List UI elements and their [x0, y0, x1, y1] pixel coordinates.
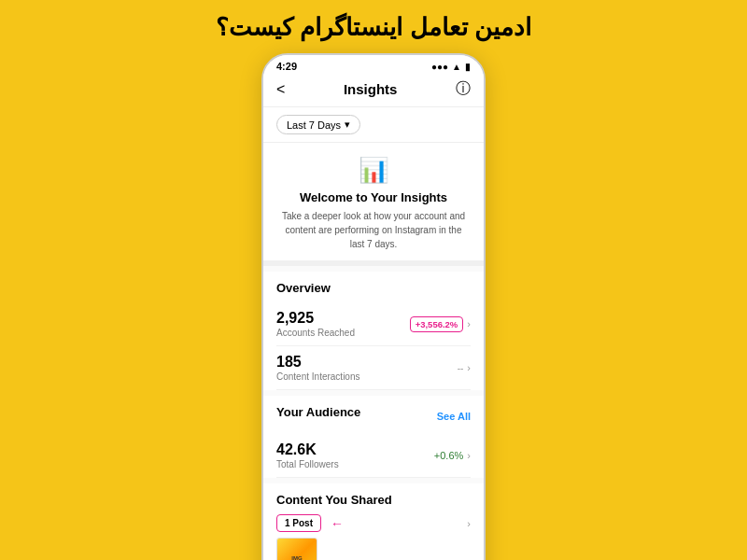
post-pill: 1 Post — [276, 514, 321, 532]
page-top-title: ادمین تعامل اینستاگرام کیست؟ — [197, 0, 550, 49]
phone-wrapper: 4:29 ●●● ▲ ▮ < Insights ⓘ Last 7 Days ▾ — [0, 49, 747, 560]
welcome-section: 📊 Welcome to Your Insights Take a deeper… — [263, 143, 484, 266]
audience-title: Your Audience — [276, 405, 360, 419]
content-interactions-right: -- › — [458, 362, 471, 373]
welcome-description: Take a deeper look at how your account a… — [280, 209, 467, 251]
signal-icon: ●●● — [431, 62, 448, 72]
info-icon[interactable]: ⓘ — [456, 79, 471, 99]
nav-bar: < Insights ⓘ — [263, 74, 484, 107]
content-interactions-left: 185 Content Interactions — [276, 354, 360, 382]
followers-right: +0.6% › — [434, 450, 471, 461]
see-all-button[interactable]: See All — [437, 411, 471, 422]
battery-icon: ▮ — [465, 62, 471, 72]
followers-label: Total Followers — [276, 459, 339, 469]
phone-frame: 4:29 ●●● ▲ ▮ < Insights ⓘ Last 7 Days ▾ — [261, 53, 486, 560]
content-shared-title: Content You Shared — [276, 493, 471, 507]
accounts-reached-label: Accounts Reached — [276, 328, 355, 338]
filter-label: Last 7 Days — [287, 119, 341, 131]
content-interactions-value: 185 — [276, 354, 360, 371]
chevron-right-icon-2: › — [467, 362, 471, 373]
content-interactions-row[interactable]: 185 Content Interactions -- › — [276, 346, 471, 390]
overview-title: Overview — [276, 281, 471, 295]
welcome-title: Welcome to Your Insights — [280, 190, 467, 204]
status-time: 4:29 — [276, 61, 297, 72]
overview-section: Overview 2,925 Accounts Reached +3,556.2… — [263, 272, 484, 390]
followers-left: 42.6K Total Followers — [276, 441, 339, 469]
total-followers-row[interactable]: 42.6K Total Followers +0.6% › — [276, 434, 471, 478]
content-interactions-label: Content Interactions — [276, 371, 360, 382]
followers-value: 42.6K — [276, 441, 339, 458]
accounts-reached-left: 2,925 Accounts Reached — [276, 310, 355, 338]
accounts-reached-row[interactable]: 2,925 Accounts Reached +3,556.2% › — [276, 302, 471, 346]
chevron-right-icon-3: › — [467, 450, 471, 461]
chart-icon: 📊 — [280, 156, 467, 185]
filter-button[interactable]: Last 7 Days ▾ — [276, 115, 360, 134]
post-thumbnail: IMG — [276, 538, 317, 560]
wifi-icon: ▲ — [452, 62, 461, 72]
followers-change: +0.6% — [434, 450, 464, 461]
post-left: 1 Post ← — [276, 514, 347, 532]
nav-title: Insights — [344, 81, 398, 97]
post-row[interactable]: 1 Post ← › — [276, 514, 471, 532]
back-button[interactable]: < — [276, 81, 285, 98]
accounts-reached-value: 2,925 — [276, 310, 355, 327]
pink-arrow-icon: ← — [331, 516, 344, 531]
chevron-right-icon-4: › — [467, 518, 471, 529]
content-area: Last 7 Days ▾ 📊 Welcome to Your Insights… — [263, 107, 484, 560]
content-shared-section: Content You Shared 1 Post ← › IMG — [263, 483, 484, 560]
accounts-reached-right: +3,556.2% › — [410, 316, 471, 332]
flat-arrow-icon: -- — [458, 363, 464, 373]
chevron-right-icon: › — [467, 318, 471, 329]
status-bar: 4:29 ●●● ▲ ▮ — [263, 55, 484, 74]
accounts-reached-badge: +3,556.2% — [410, 316, 464, 332]
chevron-down-icon: ▾ — [345, 119, 350, 131]
audience-section: Your Audience See All 42.6K Total Follow… — [263, 396, 484, 478]
audience-header: Your Audience See All — [276, 405, 471, 427]
status-icons: ●●● ▲ ▮ — [431, 62, 471, 72]
filter-section: Last 7 Days ▾ — [263, 107, 484, 143]
